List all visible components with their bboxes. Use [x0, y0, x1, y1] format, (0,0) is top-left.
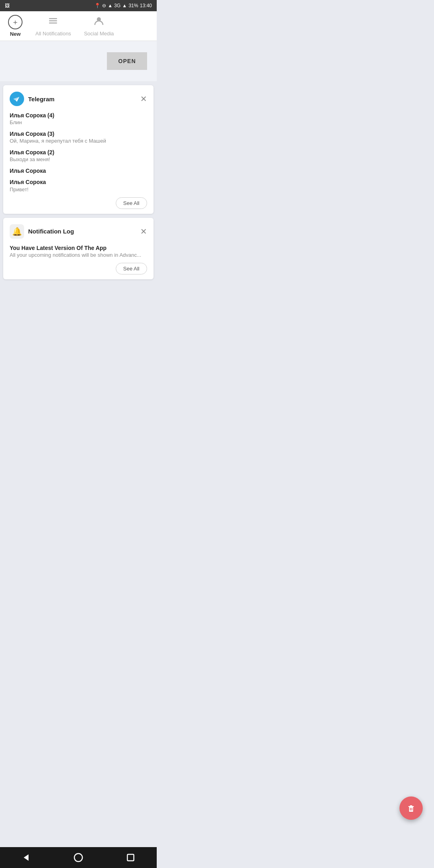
notif-log-close-button[interactable]: ✕	[140, 227, 147, 235]
time-label: 13:40	[140, 3, 152, 8]
telegram-close-button[interactable]: ✕	[140, 95, 147, 103]
telegram-msg-2-body: Ой, Марина, я перепутал тебя с Машей	[10, 138, 147, 145]
dnd-icon: ⊖	[102, 3, 106, 8]
location-icon: 📍	[94, 3, 100, 8]
tab-all-label: All Notifications	[35, 31, 71, 37]
telegram-msg-3-body: Выходи за меня!	[10, 156, 147, 163]
telegram-msg-5: Илья Сорока Привет!	[10, 178, 147, 193]
telegram-msg-3-title: Илья Сорока (2)	[10, 149, 147, 156]
telegram-see-all-row: See All	[10, 197, 147, 209]
telegram-msg-1-title: Илья Сорока (4)	[10, 112, 147, 119]
notif-log-header-left: 🔔 Notification Log	[10, 224, 74, 239]
notif-log-app-icon: 🔔	[10, 224, 24, 239]
open-area: OPEN	[0, 41, 157, 81]
wifi-icon: ▲	[108, 3, 113, 8]
telegram-msg-2-title: Илья Сорока (3)	[10, 130, 147, 137]
notif-log-card-header: 🔔 Notification Log ✕	[10, 224, 147, 239]
svg-rect-2	[49, 23, 57, 24]
status-left: 🖼	[5, 3, 10, 8]
telegram-msg-3: Илья Сорока (2) Выходи за меня!	[10, 149, 147, 163]
signal-icon: ▲	[122, 3, 127, 8]
status-right: 📍 ⊖ ▲ 3G ▲ 31% 13:40	[94, 3, 152, 8]
telegram-header-left: Telegram	[10, 92, 55, 106]
status-bar: 🖼 📍 ⊖ ▲ 3G ▲ 31% 13:40	[0, 0, 157, 11]
telegram-msg-2: Илья Сорока (3) Ой, Марина, я перепутал …	[10, 130, 147, 145]
person-icon	[93, 15, 104, 29]
tab-new-label: New	[10, 31, 21, 37]
list-icon	[47, 15, 59, 29]
telegram-see-all-button[interactable]: See All	[116, 197, 147, 209]
telegram-card-header: Telegram ✕	[10, 92, 147, 106]
open-button[interactable]: OPEN	[107, 52, 147, 70]
tab-new[interactable]: ＋ New	[2, 12, 29, 40]
telegram-msg-4: Илья Сорока	[10, 167, 147, 174]
telegram-msg-5-title: Илья Сорока	[10, 178, 147, 186]
tab-all-notifications[interactable]: All Notifications	[29, 12, 78, 40]
tab-bar: ＋ New All Notifications Social Media	[0, 11, 157, 41]
notif-log-msg-title: You Have Latest Version Of The App	[10, 244, 147, 252]
network-label: 3G	[114, 3, 121, 8]
notif-log-msg: You Have Latest Version Of The App All y…	[10, 244, 147, 259]
notif-log-see-all-button[interactable]: See All	[116, 263, 147, 274]
svg-rect-1	[49, 20, 57, 22]
tab-social-label: Social Media	[84, 31, 114, 37]
telegram-msg-4-title: Илья Сорока	[10, 167, 147, 174]
telegram-msg-5-body: Привет!	[10, 186, 147, 193]
notif-log-app-name: Notification Log	[28, 228, 74, 235]
svg-rect-0	[49, 18, 57, 19]
tab-social-media[interactable]: Social Media	[78, 12, 120, 40]
telegram-app-icon	[10, 92, 24, 106]
telegram-card: Telegram ✕ Илья Сорока (4) Блин Илья Сор…	[3, 85, 154, 214]
telegram-app-name: Telegram	[28, 96, 55, 102]
notif-log-msg-body: All your upcoming notifications will be …	[10, 252, 147, 259]
notif-log-see-all-row: See All	[10, 263, 147, 274]
plus-circle-icon: ＋	[8, 15, 23, 29]
telegram-msg-1-body: Блин	[10, 119, 147, 126]
photo-icon: 🖼	[5, 3, 10, 8]
telegram-msg-1: Илья Сорока (4) Блин	[10, 112, 147, 126]
battery-label: 31%	[129, 3, 138, 8]
notif-log-card: 🔔 Notification Log ✕ You Have Latest Ver…	[3, 218, 154, 279]
